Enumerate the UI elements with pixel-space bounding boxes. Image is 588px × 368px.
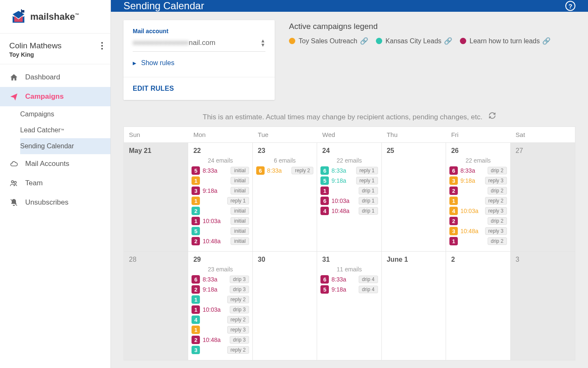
select-caret-icon: ▲▼ (260, 39, 265, 47)
user-name: Colin Mathews (9, 41, 101, 50)
nav-team[interactable]: Team (0, 173, 110, 193)
event-badge: 5 (320, 176, 329, 185)
calendar-event[interactable]: 58:33ainitial (192, 166, 249, 175)
day-cell[interactable]: June 1 (382, 252, 446, 360)
calendar-event[interactable]: 59:18adrip 4 (320, 285, 378, 294)
event-tag: initial (231, 227, 249, 235)
nav-mail-accounts[interactable]: Mail Accounts (0, 154, 110, 173)
legend-item-3: Learn how to turn leads🔗 (460, 37, 551, 45)
calendar-event[interactable]: 39:18areply 3 (449, 176, 507, 185)
calendar-event[interactable]: 29:18adrip 3 (192, 285, 249, 294)
estimate-note: This is an estimate. Actual times may ch… (123, 112, 575, 121)
nav-sub-campaigns[interactable]: Campaigns (20, 106, 110, 122)
calendar-event[interactable]: 5initial (192, 227, 249, 235)
day-cell[interactable]: 2 (446, 252, 510, 360)
mail-account-select[interactable]: ●●●●●●●●●●●●●nail.com ▲▼ (133, 39, 265, 52)
day-cell[interactable]: 2622 emails68:33adrip 239:18areply 32dri… (446, 143, 510, 251)
event-tag: reply 1 (356, 167, 378, 174)
calendar-event[interactable]: 410:48adrip 1 (320, 207, 378, 215)
calendar-event[interactable]: 610:03adrip 1 (320, 197, 378, 205)
event-badge: 1 (192, 305, 200, 314)
calendar-event[interactable]: 3reply 2 (192, 346, 249, 354)
day-cell[interactable]: 3111 emails68:33adrip 459:18adrip 4 (317, 252, 381, 360)
day-cell[interactable]: 27 (511, 143, 575, 251)
page-title: Sending Calendar (123, 0, 204, 12)
calendar-event[interactable]: 210:48adrip 3 (192, 336, 249, 344)
event-badge: 2 (449, 217, 458, 225)
event-time: 9:18a (460, 177, 475, 184)
calendar-event[interactable]: 1initial (192, 176, 249, 185)
mail-account-card: Mail account ●●●●●●●●●●●●●nail.com ▲▼ ▶ … (123, 20, 275, 100)
calendar-event[interactable]: 68:33areply 2 (256, 166, 313, 175)
day-cell[interactable]: 2923 emails68:33adrip 329:18adrip 31repl… (188, 252, 252, 360)
calendar-event[interactable]: 2initial (192, 207, 249, 215)
team-icon (8, 179, 19, 187)
event-time: 8:33a (202, 276, 217, 283)
event-tag: initial (231, 167, 249, 174)
svg-point-6 (14, 181, 16, 184)
svg-point-4 (101, 48, 103, 50)
calendar-event[interactable]: 2drip 2 (449, 187, 507, 195)
event-tag: drip 3 (230, 276, 249, 283)
nav-sub-sending-calendar[interactable]: Sending Calendar (20, 138, 110, 154)
user-block: Colin Mathews Toy King (0, 34, 110, 64)
calendar-event[interactable]: 1drip 1 (320, 187, 378, 195)
day-cell[interactable]: 2422 emails68:33areply 159:18areply 11dr… (317, 143, 381, 251)
day-cell[interactable]: 28 (124, 252, 188, 360)
calendar-event[interactable]: 68:33adrip 4 (320, 275, 378, 284)
dot-orange-icon (289, 38, 295, 44)
logo-icon (10, 8, 27, 25)
day-cell[interactable]: 30 (253, 252, 317, 360)
calendar-event[interactable]: 1reply 1 (192, 197, 249, 205)
calendar-event[interactable]: 59:18areply 1 (320, 176, 378, 185)
dot-teal-icon (376, 38, 382, 44)
calendar-event[interactable]: 4reply 2 (192, 315, 249, 324)
send-icon (8, 92, 19, 101)
event-badge: 6 (449, 166, 458, 175)
calendar-event[interactable]: 39:18ainitial (192, 187, 249, 195)
calendar-event[interactable]: 310:48areply 3 (449, 227, 507, 235)
event-tag: reply 2 (291, 167, 313, 174)
calendar-event[interactable]: 110:03adrip 3 (192, 305, 249, 314)
calendar-event[interactable]: 68:33adrip 2 (449, 166, 507, 175)
help-button[interactable]: ? (565, 1, 575, 11)
calendar-event[interactable]: 210:48ainitial (192, 237, 249, 245)
calendar-event[interactable]: 68:33adrip 3 (192, 275, 249, 284)
nav-dashboard[interactable]: Dashboard (0, 68, 110, 87)
day-cell[interactable]: 3 (511, 252, 575, 360)
day-cell[interactable]: May 21 (124, 143, 188, 251)
show-rules-toggle[interactable]: ▶ Show rules (133, 52, 265, 73)
nav-sub-lead-catcher[interactable]: Lead Catcher™ (20, 122, 110, 138)
nav-unsubscribes[interactable]: Unsubscribes (0, 193, 110, 212)
legend-item-2: Kansas City Leads🔗 (376, 37, 452, 45)
user-menu-button[interactable] (101, 42, 103, 51)
event-time: 10:03a (202, 218, 220, 224)
nav-campaigns[interactable]: Campaigns (0, 87, 110, 106)
event-badge: 3 (449, 227, 458, 235)
calendar-event[interactable]: 1drip 2 (449, 237, 507, 245)
svg-rect-1 (21, 9, 22, 14)
day-cell[interactable]: 25 (382, 143, 446, 251)
event-tag: drip 1 (359, 197, 378, 205)
calendar-event[interactable]: 110:03ainitial (192, 217, 249, 225)
event-badge: 2 (192, 207, 200, 215)
calendar-event[interactable]: 1reply 2 (192, 295, 249, 304)
calendar-event[interactable]: 1reply 3 (192, 326, 249, 334)
calendar-event[interactable]: 1reply 2 (449, 197, 507, 205)
event-badge: 6 (320, 275, 329, 284)
day-cell[interactable]: 236 emails68:33areply 2 (253, 143, 317, 251)
edit-rules-button[interactable]: EDIT RULES (123, 77, 275, 100)
link-icon[interactable]: 🔗 (542, 37, 551, 45)
logo-text: mailshake™ (30, 11, 79, 22)
event-time: 9:18a (202, 187, 217, 194)
refresh-button[interactable] (488, 112, 496, 121)
link-icon[interactable]: 🔗 (360, 37, 368, 45)
link-icon[interactable]: 🔗 (444, 37, 452, 45)
event-tag: reply 2 (485, 197, 507, 205)
event-tag: initial (231, 217, 249, 225)
calendar-event[interactable]: 410:03areply 3 (449, 207, 507, 215)
calendar-event[interactable]: 2drip 2 (449, 217, 507, 225)
calendar-event[interactable]: 68:33areply 1 (320, 166, 378, 175)
event-badge: 1 (449, 197, 458, 205)
day-cell[interactable]: 2224 emails58:33ainitial1initial39:18ain… (188, 143, 252, 251)
